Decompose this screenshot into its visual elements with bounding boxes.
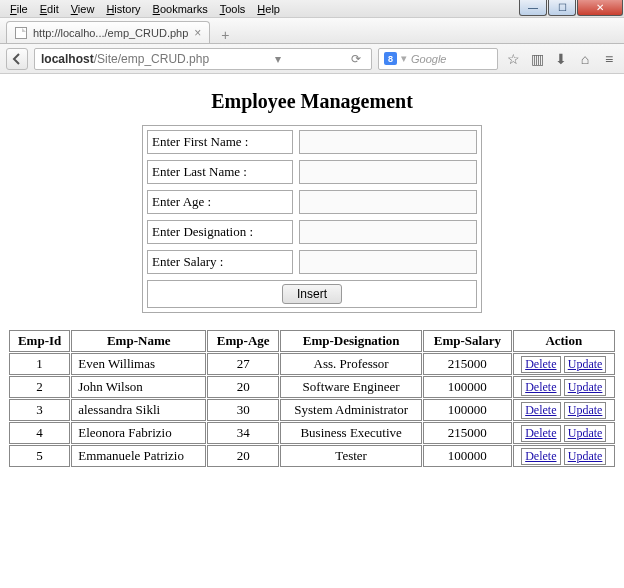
- window-controls: — ☐ ✕: [519, 0, 624, 18]
- cell: John Wilson: [71, 376, 206, 398]
- form-box: Enter First Name : Enter Last Name : Ent…: [142, 125, 482, 313]
- delete-link[interactable]: Delete: [521, 379, 560, 396]
- sidebar-icon[interactable]: ▥: [528, 51, 546, 67]
- col-emp-id: Emp-Id: [9, 330, 70, 352]
- cell-action: Delete Update: [513, 376, 615, 398]
- menu-help[interactable]: Help: [251, 2, 286, 16]
- menu-tools[interactable]: Tools: [214, 2, 252, 16]
- cell-action: Delete Update: [513, 353, 615, 375]
- table-row: 5Emmanuele Patrizio20Tester100000Delete …: [9, 445, 615, 467]
- cell: Ass. Professor: [280, 353, 422, 375]
- tab-title: http://localho.../emp_CRUD.php: [33, 27, 188, 39]
- url-input[interactable]: localhost/Site/emp_CRUD.php ▾ ⟳: [34, 48, 372, 70]
- label-designation: Enter Designation :: [147, 220, 293, 244]
- menu-view[interactable]: View: [65, 2, 101, 16]
- cell: Tester: [280, 445, 422, 467]
- cell: 215000: [423, 422, 512, 444]
- update-link[interactable]: Update: [564, 448, 607, 465]
- menu-file[interactable]: File: [4, 2, 34, 16]
- cell: 4: [9, 422, 70, 444]
- col-emp-name: Emp-Name: [71, 330, 206, 352]
- cell: Emmanuele Patrizio: [71, 445, 206, 467]
- table-row: 4Eleonora Fabrizio34Business Executive21…: [9, 422, 615, 444]
- google-icon: 8: [384, 52, 397, 65]
- reload-icon[interactable]: ⟳: [347, 52, 365, 66]
- cell-action: Delete Update: [513, 445, 615, 467]
- back-button[interactable]: [6, 48, 28, 70]
- cell-action: Delete Update: [513, 399, 615, 421]
- table-row: 3alessandra Sikli30System Administrator1…: [9, 399, 615, 421]
- url-host: localhost: [41, 52, 94, 66]
- col-emp-salary: Emp-Salary: [423, 330, 512, 352]
- menu-icon[interactable]: ≡: [600, 51, 618, 67]
- age-input[interactable]: [299, 190, 477, 214]
- bookmark-icon[interactable]: ☆: [504, 51, 522, 67]
- url-path: /Site/emp_CRUD.php: [94, 52, 209, 66]
- salary-input[interactable]: [299, 250, 477, 274]
- arrow-left-icon: [11, 53, 23, 65]
- menu-bookmarks[interactable]: Bookmarks: [147, 2, 214, 16]
- col-emp-designation: Emp-Designation: [280, 330, 422, 352]
- tab-bar: http://localho.../emp_CRUD.php × +: [0, 18, 624, 44]
- menu-history[interactable]: History: [100, 2, 146, 16]
- dropdown-icon[interactable]: ▾: [271, 52, 285, 66]
- cell: 30: [207, 399, 279, 421]
- cell: 100000: [423, 399, 512, 421]
- menu-edit[interactable]: Edit: [34, 2, 65, 16]
- cell: 3: [9, 399, 70, 421]
- toolbar: localhost/Site/emp_CRUD.php ▾ ⟳ 8 ▾ Goog…: [0, 44, 624, 74]
- label-salary: Enter Salary :: [147, 250, 293, 274]
- page-title: Employee Management: [8, 90, 616, 113]
- label-age: Enter Age :: [147, 190, 293, 214]
- cell: 5: [9, 445, 70, 467]
- employee-table: Emp-IdEmp-NameEmp-AgeEmp-DesignationEmp-…: [8, 329, 616, 468]
- label-last-name: Enter Last Name :: [147, 160, 293, 184]
- designation-input[interactable]: [299, 220, 477, 244]
- cell: 1: [9, 353, 70, 375]
- delete-link[interactable]: Delete: [521, 402, 560, 419]
- page-content: Employee Management Enter First Name : E…: [0, 74, 624, 476]
- cell: Even Willimas: [71, 353, 206, 375]
- update-link[interactable]: Update: [564, 379, 607, 396]
- cell: 34: [207, 422, 279, 444]
- update-link[interactable]: Update: [564, 402, 607, 419]
- update-link[interactable]: Update: [564, 356, 607, 373]
- update-link[interactable]: Update: [564, 425, 607, 442]
- last-name-input[interactable]: [299, 160, 477, 184]
- table-row: 2John Wilson20Software Engineer100000Del…: [9, 376, 615, 398]
- cell: 100000: [423, 445, 512, 467]
- cell: 2: [9, 376, 70, 398]
- search-input[interactable]: 8 ▾ Google: [378, 48, 498, 70]
- cell: Eleonora Fabrizio: [71, 422, 206, 444]
- delete-link[interactable]: Delete: [521, 425, 560, 442]
- menu-bar: FileEditViewHistoryBookmarksToolsHelp — …: [0, 0, 624, 18]
- table-row: 1Even Willimas27Ass. Professor215000Dele…: [9, 353, 615, 375]
- tab-current[interactable]: http://localho.../emp_CRUD.php ×: [6, 21, 210, 43]
- col-emp-age: Emp-Age: [207, 330, 279, 352]
- minimize-button[interactable]: —: [519, 0, 547, 16]
- tab-close-icon[interactable]: ×: [194, 26, 201, 40]
- downloads-icon[interactable]: ⬇: [552, 51, 570, 67]
- cell: System Administrator: [280, 399, 422, 421]
- cell: 20: [207, 376, 279, 398]
- col-action: Action: [513, 330, 615, 352]
- maximize-button[interactable]: ☐: [548, 0, 576, 16]
- delete-link[interactable]: Delete: [521, 356, 560, 373]
- cell: 27: [207, 353, 279, 375]
- insert-button[interactable]: Insert: [282, 284, 342, 304]
- home-icon[interactable]: ⌂: [576, 51, 594, 67]
- page-icon: [15, 27, 27, 39]
- cell-action: Delete Update: [513, 422, 615, 444]
- cell: Software Engineer: [280, 376, 422, 398]
- cell: 215000: [423, 353, 512, 375]
- cell: 20: [207, 445, 279, 467]
- first-name-input[interactable]: [299, 130, 477, 154]
- cell: alessandra Sikli: [71, 399, 206, 421]
- label-first-name: Enter First Name :: [147, 130, 293, 154]
- delete-link[interactable]: Delete: [521, 448, 560, 465]
- close-button[interactable]: ✕: [577, 0, 623, 16]
- search-placeholder: Google: [411, 53, 446, 65]
- cell: Business Executive: [280, 422, 422, 444]
- submit-row: Insert: [147, 280, 477, 308]
- new-tab-button[interactable]: +: [216, 27, 234, 43]
